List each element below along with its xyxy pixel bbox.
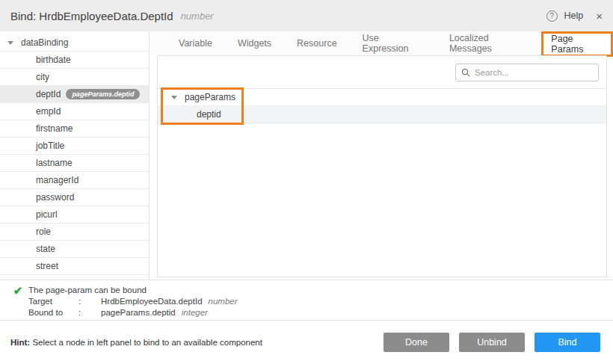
- colon: :: [78, 296, 101, 307]
- target-value: HrdbEmployeeData.deptId: [101, 297, 203, 306]
- tree-node-label: role: [36, 226, 51, 237]
- tree-node-street[interactable]: street: [0, 258, 149, 275]
- tree-node-label: state: [36, 244, 55, 254]
- status-message: The page-param can be bound: [28, 285, 238, 296]
- caret-down-icon: [171, 96, 177, 99]
- success-check-icon: ✔: [7, 285, 28, 320]
- tree-node-password[interactable]: password: [0, 189, 149, 206]
- tree-node-databinding[interactable]: dataBinding: [0, 34, 149, 52]
- tree-node-label: jobTitle: [36, 141, 64, 151]
- page-params-tree: pageParams deptid: [158, 89, 606, 123]
- binding-badge: pageParams.deptid: [66, 89, 140, 99]
- tree-node-picurl[interactable]: picurl: [0, 206, 149, 223]
- tab-page-params[interactable]: Page Params: [541, 31, 613, 55]
- tab-use-expression[interactable]: Use Expression: [350, 31, 437, 55]
- bind-dialog: Bind: HrdbEmployeeData.DeptId number ? H…: [0, 0, 613, 364]
- tree-node-label: city: [36, 72, 49, 82]
- colon: :: [78, 307, 101, 318]
- tree-node-label: managerId: [36, 175, 78, 185]
- param-node-pageparams[interactable]: pageParams: [158, 89, 606, 106]
- tree-node-managerid[interactable]: managerId: [0, 172, 149, 189]
- tree-node-empid[interactable]: empId: [0, 103, 149, 120]
- tree-node-firstname[interactable]: firstname: [0, 120, 149, 138]
- search-input[interactable]: [475, 68, 593, 77]
- tree-node-label: dataBinding: [21, 37, 68, 48]
- status-target-row: Target:HrdbEmployeeData.deptIdnumber: [28, 296, 238, 307]
- tab-resource[interactable]: Resource: [284, 31, 350, 55]
- annotation-highlight-tab: Page Params: [541, 31, 613, 57]
- tree-node-birthdate[interactable]: birthdate: [0, 52, 149, 69]
- tree-node-deptid[interactable]: deptId pageParams.deptid: [0, 86, 149, 103]
- param-node-deptid[interactable]: deptid: [158, 106, 606, 123]
- bind-button[interactable]: Bind: [535, 333, 600, 352]
- help-icon[interactable]: ?: [546, 10, 558, 22]
- tree-node-label: deptId: [36, 89, 61, 99]
- hint-label: Hint:: [10, 338, 30, 347]
- tree-node-label: firstname: [36, 123, 73, 134]
- tree-node-label: lastname: [36, 158, 73, 168]
- caret-down-icon: [7, 41, 13, 45]
- target-label: Target: [28, 296, 78, 307]
- param-node-label: deptid: [197, 109, 221, 120]
- dialog-header: Bind: HrdbEmployeeData.DeptId number ? H…: [0, 0, 613, 31]
- tab-variable[interactable]: Variable: [166, 31, 225, 55]
- close-icon[interactable]: ×: [596, 10, 603, 22]
- tree-node-jobtitle[interactable]: jobTitle: [0, 138, 149, 155]
- tab-localized-messages[interactable]: Localized Messages: [437, 31, 541, 55]
- dialog-body: dataBinding birthdate city deptId pagePa…: [0, 31, 613, 280]
- hint-body: Select a node in left panel to bind to a…: [30, 338, 262, 347]
- dialog-title: Bind: HrdbEmployeeData.DeptId: [10, 10, 173, 22]
- hint-text: Hint: Select a node in left panel to bin…: [10, 338, 262, 347]
- data-binding-tree: dataBinding birthdate city deptId pagePa…: [0, 31, 150, 280]
- dialog-title-type-hint: number: [181, 10, 214, 22]
- tree-node-label: picurl: [36, 209, 58, 220]
- dialog-footer: Hint: Select a node in left panel to bin…: [0, 320, 613, 364]
- tree-node-city[interactable]: city: [0, 69, 149, 86]
- search-box[interactable]: [455, 64, 599, 81]
- tree-node-label: password: [36, 192, 74, 203]
- tab-strip: Variable Widgets Resource Use Expression…: [150, 31, 613, 55]
- page-params-panel: pageParams deptid: [157, 55, 607, 277]
- tree-node-label: street: [36, 261, 58, 271]
- tree-node-lastname[interactable]: lastname: [0, 155, 149, 172]
- tab-widgets[interactable]: Widgets: [225, 31, 284, 55]
- unbind-button[interactable]: Unbind: [459, 333, 525, 352]
- status-bound-row: Bound to:pageParams.deptidinteger: [28, 307, 238, 318]
- bound-label: Bound to: [28, 307, 78, 318]
- tree-node-role[interactable]: role: [0, 223, 149, 241]
- tree-node-state[interactable]: state: [0, 241, 149, 258]
- tree-node-label: empId: [36, 106, 61, 117]
- binding-source-panel: Variable Widgets Resource Use Expression…: [150, 31, 613, 280]
- target-type: number: [209, 297, 238, 306]
- help-link[interactable]: Help: [564, 10, 584, 21]
- done-button[interactable]: Done: [383, 333, 449, 352]
- search-icon: [461, 68, 470, 77]
- bound-type: integer: [182, 308, 208, 317]
- binding-status: ✔ The page-param can be bound Target:Hrd…: [0, 280, 613, 320]
- param-node-label: pageParams: [185, 92, 235, 102]
- tree-node-label: birthdate: [36, 55, 71, 65]
- bound-value: pageParams.deptid: [101, 308, 176, 317]
- search-section: [158, 56, 606, 89]
